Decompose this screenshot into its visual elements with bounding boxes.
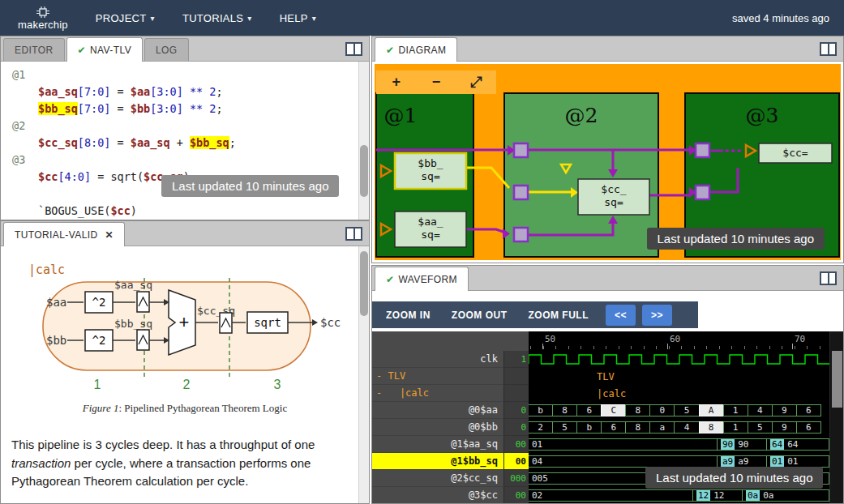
wave-row: @3$cc000212120a0a (372, 487, 843, 503)
flipflop-square[interactable] (696, 186, 709, 199)
zoom-out-button[interactable]: ZOOM OUT (441, 301, 518, 328)
signal-name-1bbsq[interactable]: @1$bb_sq (372, 453, 503, 470)
stage-number-2: 2 (183, 378, 191, 391)
app-logo[interactable]: makerchip (18, 6, 68, 30)
close-tab-icon[interactable]: ✕ (105, 229, 114, 241)
split-panel-icon[interactable] (345, 42, 362, 56)
signal-name-2ccsq[interactable]: @2$cc_sq (372, 470, 503, 487)
last-updated-tooltip: Last updated 10 minutes ago (647, 228, 825, 250)
tab-nav-tlv[interactable]: ✔NAV-TLV (66, 37, 144, 62)
editor-tabbar: EDITOR ✔NAV-TLV LOG (1, 36, 369, 62)
zoom-in-button[interactable]: ZOOM IN (375, 301, 441, 328)
menu-project[interactable]: PROJECT▾ (96, 12, 155, 24)
flipflop-square[interactable] (514, 143, 528, 157)
signal-waveform[interactable]: |calc (529, 385, 831, 402)
signal-waveform[interactable]: 0212120a0a (529, 487, 831, 503)
scrollbar[interactable] (358, 246, 369, 503)
code-line: @1 (1, 66, 369, 83)
signal-waveform[interactable]: TLV (529, 368, 831, 385)
signal-value: 1 (503, 351, 529, 368)
waveform-panel: ✔WAVEFORM ZOOM IN ZOOM OUT ZOOM FULL << … (371, 265, 844, 504)
ruler-canvas: 506070 (529, 331, 831, 351)
bus-segment: 9 (772, 421, 797, 434)
signal-name-3cc[interactable]: @3$cc (372, 487, 503, 503)
svg-text:+: + (179, 312, 190, 332)
bus-segment: 2 (529, 421, 553, 434)
bus-segment: 5 (748, 421, 773, 434)
zoom-fit-button[interactable]: ⤢ (460, 71, 492, 93)
zoom-out-button[interactable]: − (420, 71, 452, 93)
split-panel-icon[interactable] (820, 271, 837, 285)
diagram-tabbar: ✔DIAGRAM (372, 36, 843, 62)
signal-waveform[interactable]: 0190906464 (529, 436, 831, 453)
bus-segment: 9 (772, 404, 797, 416)
menu-tutorials-label: TUTORIALS (182, 12, 243, 24)
scroll-back-button[interactable]: << (606, 305, 636, 326)
scrollbar[interactable] (829, 331, 843, 503)
wave-row: - TLVTLV (372, 368, 843, 385)
split-panel-icon[interactable] (345, 227, 362, 241)
zoom-full-button[interactable]: ZOOM FULL (518, 301, 599, 328)
diagram-canvas[interactable]: @1 @2 @3 (375, 64, 841, 260)
tab-diagram-label: DIAGRAM (398, 45, 446, 56)
signal-aa-sq-label: $aa_sq (114, 279, 152, 291)
svg-text:^2: ^2 (92, 334, 106, 347)
flipflop-square[interactable] (514, 186, 528, 199)
diagram-zoom-toolbar: + − ⤢ (376, 70, 496, 94)
flip-flop-icon (137, 292, 149, 312)
bus-segment: 8 (552, 404, 577, 416)
signal-waveform[interactable] (529, 351, 831, 368)
tab-waveform[interactable]: ✔WAVEFORM (375, 267, 469, 291)
tab-diagram[interactable]: ✔DIAGRAM (375, 37, 457, 62)
check-icon: ✔ (386, 274, 394, 285)
bus-segment: 02 (529, 489, 693, 502)
caret-down-icon: ▾ (247, 14, 251, 23)
scrollbar-thumb[interactable] (832, 351, 842, 408)
bus-segment: a9a9 (717, 455, 767, 468)
signal-waveform[interactable]: b86C805A1496 (529, 402, 831, 419)
signal-name-calc[interactable]: - |calc (372, 385, 503, 402)
figure-caption: Figure 1: Pipelined Pythagorean Theorem … (1, 402, 369, 415)
tutorial-tabbar: TUTORIAL-VALID ✕ (1, 221, 369, 246)
split-panel-icon[interactable] (820, 42, 837, 56)
tab-tutorial-valid[interactable]: TUTORIAL-VALID ✕ (3, 222, 125, 246)
stage-number-3: 3 (274, 378, 281, 391)
tab-editor[interactable]: EDITOR (3, 38, 65, 61)
flipflop-square[interactable] (696, 143, 709, 157)
signal-value: 00 (503, 436, 529, 453)
signal-name-clk[interactable]: clk (372, 351, 503, 368)
stage-number-1: 1 (94, 378, 101, 391)
scrollbar-thumb[interactable] (360, 251, 368, 316)
signal-value: 00 (503, 453, 529, 470)
scrollbar-thumb[interactable] (360, 145, 368, 197)
signal-name-0bb[interactable]: @0$bb (372, 419, 503, 436)
menu-project-label: PROJECT (96, 12, 147, 24)
menu-tutorials[interactable]: TUTORIALS▾ (182, 12, 252, 24)
scrollbar[interactable] (358, 62, 369, 220)
menu-help[interactable]: HELP▾ (280, 12, 317, 24)
signal-waveform[interactable]: 25b68a481596 (529, 419, 831, 436)
scroll-forward-button[interactable]: >> (642, 305, 672, 326)
waveform-toolbar: ZOOM IN ZOOM OUT ZOOM FULL << >> (372, 301, 843, 328)
svg-text:$bb_: $bb_ (418, 157, 443, 169)
flipflop-square[interactable] (514, 228, 528, 241)
bus-segment: 1212 (692, 489, 743, 502)
bus-segment: 6464 (766, 438, 829, 451)
bus-segment: 4 (674, 421, 699, 434)
svg-text:@2: @2 (565, 104, 598, 127)
signal-name-1aasq[interactable]: @1$aa_sq (372, 436, 503, 453)
signal-value (503, 385, 529, 402)
check-icon: ✔ (386, 45, 394, 56)
tab-waveform-label: WAVEFORM (398, 274, 457, 285)
zoom-in-button[interactable]: + (380, 71, 413, 93)
svg-text:$aa_: $aa_ (418, 216, 443, 228)
signal-name-TLV[interactable]: - TLV (372, 368, 503, 385)
code-line: $bb_sq[7:0] = $bb[3:0] ** 2; (1, 100, 369, 117)
tutorial-panel: TUTORIAL-VALID ✕ |calc $aa ^2 $aa_sq $bb… (0, 220, 370, 504)
signal-name-0aa[interactable]: @0$aa (372, 402, 503, 419)
wave-row: @1$aa_sq000190906464 (372, 436, 843, 453)
tab-log[interactable]: LOG (144, 38, 189, 61)
bus-segment: 5 (552, 421, 577, 434)
bus-segment: 5 (674, 404, 699, 416)
waveform-tabbar: ✔WAVEFORM (372, 266, 843, 291)
